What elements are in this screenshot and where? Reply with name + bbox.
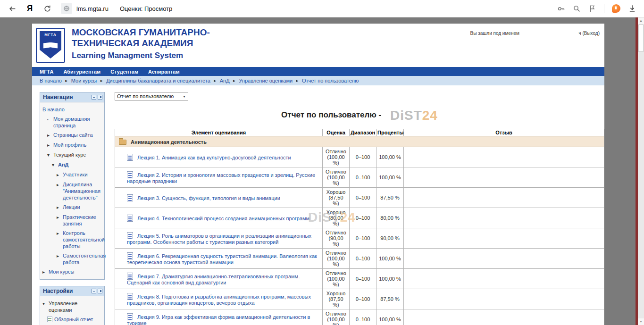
search-icon[interactable] [573,5,581,13]
open-book-icon [43,42,58,49]
item-name-cell: Лекция 6. Рекреационная сущность туристс… [115,249,323,269]
sidebar-item-label[interactable]: Участники [63,171,88,178]
toolbar-divider [604,4,604,13]
sidebar-item[interactable]: Текущий курс [46,150,103,160]
block-collapse-icon[interactable] [92,289,96,293]
scroll-down-button[interactable] [638,318,644,325]
breadcrumb-link[interactable]: Отчет по пользователю [302,78,359,83]
sidebar-item[interactable]: Страницы сайта [46,130,103,140]
expanded-icon [42,300,49,313]
sidebar-item-label[interactable]: Страницы сайта [53,132,93,139]
sidebar-item[interactable]: Управление оценками [42,299,103,315]
main-content: Отчет по пользователю ▼ Отчет по пользов… [115,92,604,325]
column-header: Проценты [376,129,404,136]
sidebar-item[interactable]: Дисциплина "Анимационная деятельность" [56,180,103,202]
sidebar-item-label[interactable]: Практические занятия [63,214,102,227]
sidebar-item[interactable]: В начало [42,105,103,114]
feedback-cell [404,167,604,188]
block-dock-icon[interactable] [98,95,102,100]
sidebar-item[interactable]: Мой профиль [46,140,103,150]
sidebar-item-label[interactable]: Мои курсы [49,268,74,275]
percent-cell: 100,00 % [376,249,404,269]
grade-item-link[interactable]: Лекция 1. Анимация как вид культурно-дос… [137,155,291,160]
topnav-item[interactable]: МГТА [40,69,53,75]
sidebar-item[interactable]: Мои курсы [42,267,103,277]
percent-cell: 100,00 % [376,269,404,289]
scroll-up-button[interactable] [638,17,644,24]
settings-block-header: Настройки [40,286,104,296]
sidebar-item[interactable]: Лекции [56,202,103,212]
sidebar-item-label[interactable]: Контроль самостоятельной работы [63,230,105,250]
breadcrumb-link[interactable]: Мои курсы [71,78,97,83]
grade-item-link[interactable]: Лекция 9. Игра как эффективная форма ани… [127,314,310,325]
grade-item-link[interactable]: Лекция 3. Сущность, функция, типология и… [137,195,280,201]
block-dock-icon[interactable] [98,289,102,293]
browser-toolbar-left: Я lms.mgta.ru Оценки: Просмотр [0,2,172,15]
address-url[interactable]: lms.mgta.ru [76,5,109,12]
sidebar-item[interactable]: Участники [56,170,103,180]
grade-value: (100,00 %) [325,317,347,325]
download-icon[interactable] [628,4,636,13]
grade-item-link[interactable]: Лекция 8. Подготовка и разработка анимац… [127,294,311,306]
breadcrumb-link[interactable]: Дисциплины бакалавриата и специалитета [106,78,210,83]
scrollbar[interactable] [638,17,644,325]
settings-block: Настройки Управление оценками Обзорный о… [40,286,105,325]
topnav-item[interactable]: Абитуриентам [63,69,100,75]
refresh-button[interactable] [41,2,54,15]
grade-label: Хорошо [325,209,347,215]
back-icon [8,5,17,13]
collapsed-icon [57,252,63,266]
sidebar-item-label[interactable]: Обзорный отчет [54,316,93,323]
breadcrumb: В начало ► Мои курсы ► Дисциплины бакала… [32,76,604,85]
breadcrumb-link[interactable]: Управление оценками [239,78,293,83]
breadcrumb-link[interactable]: В начало [40,78,62,83]
sidebar-item-label[interactable]: Самостоятельная работа [63,252,106,266]
report-select[interactable]: Отчет по пользователю ▼ [115,92,188,100]
grade-table-row: Лекция 7. Драматургия анимационно-театра… [115,269,604,289]
column-header: Элемент оценивания [115,129,323,136]
sidebar-item[interactable]: Моя домашняя страница [46,114,103,130]
sidebar-item-label[interactable]: Текущий курс [53,151,86,158]
feedback-cell [404,188,604,208]
range-cell: 0–100 [350,249,376,269]
grade-item-link[interactable]: Лекция 2. История и хронология массовых … [127,172,315,184]
sidebar-item[interactable]: Обзорный отчет [46,315,103,324]
topnav-item[interactable]: Аспирантам [148,69,179,75]
sidebar-item[interactable]: Самостоятельная работа [56,251,103,267]
grade-item-link[interactable]: Лекция 6. Рекреационная сущность туристс… [127,253,317,265]
scroll-thumb[interactable] [638,25,644,52]
percent-cell: 100,00 % [376,147,404,167]
grade-item-link[interactable]: Лекция 4. Технологический процесс создан… [137,216,309,221]
topnav-item[interactable]: Студентам [110,69,138,75]
grade-item-link[interactable]: Лекция 7. Драматургия анимационно-театра… [127,274,300,285]
grade-table-row: Лекция 4. Технологический процесс создан… [115,208,604,228]
block-collapse-icon[interactable] [92,95,96,100]
grade-item-link[interactable]: Лекция 5. Роль аниматоров в организации … [127,233,311,245]
sidebar-item[interactable]: Практические занятия [56,212,103,228]
yandex-menu-button[interactable]: Я [23,2,36,15]
back-button[interactable] [6,2,19,15]
sidebar-item[interactable]: Контроль самостоятельной работы [56,228,103,251]
category-section: Анимационная деятельность [115,136,604,147]
range-cell: 0–100 [350,228,376,249]
logout-link[interactable]: ч (Выход) [578,31,600,36]
sidebar-item-label[interactable]: АнД [58,161,68,168]
sidebar-item-label[interactable]: Лекции [63,204,80,211]
sidebar-item-label[interactable]: Мой профиль [53,142,86,149]
breadcrumb-link[interactable]: АнД [220,78,230,83]
category-row: Анимационная деятельность [115,136,604,147]
assignment-icon [127,313,133,320]
item-name-cell: Лекция 7. Драматургия анимационно-театра… [115,269,323,289]
grade-table-row: Лекция 6. Рекреационная сущность туристс… [115,249,604,269]
grade-value: (80,00 %) [325,215,347,226]
extension-icon[interactable] [612,4,620,13]
mgta-logo[interactable]: МГТА [36,28,65,63]
sidebar-item-label[interactable]: В начало [42,106,65,113]
bookmark-flag-icon[interactable] [588,5,596,13]
sidebar-item-label[interactable]: Управление оценками [49,300,102,313]
sidebar-item[interactable]: АнД [51,160,103,170]
sidebar-item-label[interactable]: Дисциплина "Анимационная деятельность" [63,181,102,201]
range-cell: 0–100 [350,188,376,208]
key-icon[interactable] [557,5,565,13]
sidebar-item-label[interactable]: Моя домашняя страница [53,116,102,129]
